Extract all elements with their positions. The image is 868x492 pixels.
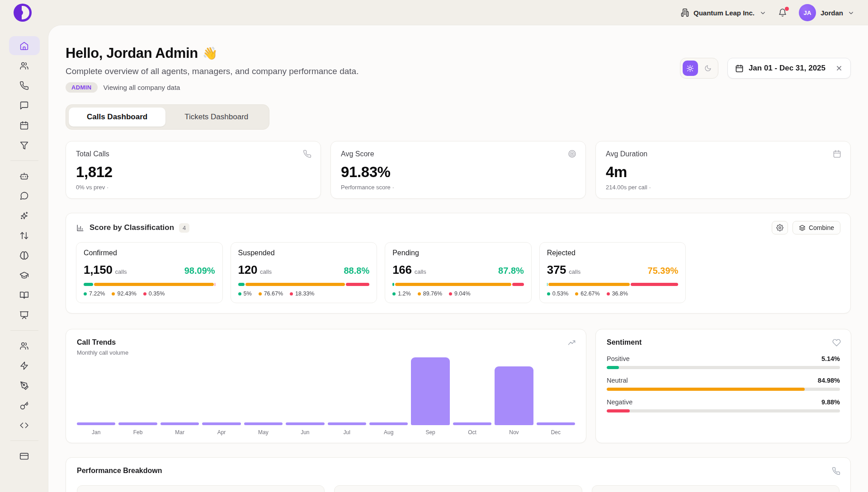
tab-tickets-dashboard[interactable]: Tickets Dashboard (166, 108, 266, 127)
theme-toggle (680, 58, 718, 79)
sentiment-card: Sentiment Positive5.14%Neutral84.98%Nega… (595, 329, 851, 443)
sidebar-divider (10, 160, 38, 161)
key-icon (19, 401, 29, 410)
dashboard-tabs: Calls Dashboard Tickets Dashboard (66, 104, 269, 130)
sidebar-item-message-square[interactable] (9, 96, 40, 115)
legend-item: 9.04% (449, 291, 470, 297)
legend-dot (392, 292, 396, 295)
stat-subtext: Performance score · (341, 184, 576, 191)
sidebar-item-arrow-up-down[interactable] (9, 226, 40, 245)
sidebar-item-users[interactable] (9, 56, 40, 75)
theme-dark-button[interactable] (700, 61, 716, 76)
bar-apr (202, 422, 241, 425)
bar-segment (215, 283, 215, 286)
legend-item: 18.33% (290, 291, 314, 297)
performance-breakdown-grid: Total CallsActive AgentsAvg Score (77, 485, 840, 492)
sidebar-item-presentation[interactable] (9, 305, 40, 324)
user-menu[interactable]: JA Jordan (799, 4, 854, 21)
bar-segment (245, 283, 345, 286)
sidebar-item-users[interactable] (9, 336, 40, 355)
page-subtitle: Complete overview of all agents, manager… (66, 66, 359, 76)
sidebar-item-pen-tool[interactable] (9, 376, 40, 395)
classification-legend: 7.22%92.43%0.35% (84, 291, 215, 297)
sidebar-item-graduation-cap[interactable] (9, 266, 40, 285)
moon-icon (704, 65, 712, 72)
sidebar-item-brain[interactable] (9, 246, 40, 265)
brain-icon (19, 251, 29, 260)
legend-item: 5% (238, 291, 252, 297)
sidebar-item-home[interactable] (9, 36, 40, 55)
sidebar-item-filter[interactable] (9, 136, 40, 155)
sidebar-item-sparkles[interactable] (9, 206, 40, 225)
bar-segment (346, 283, 370, 286)
classification-calls: 375 (547, 263, 566, 277)
calendar-icon (833, 150, 841, 158)
legend-item: 36.8% (607, 291, 628, 297)
stat-value: 4m (606, 164, 840, 181)
topbar-right: Quantum Leap Inc. JA Jordan (680, 4, 854, 21)
bar-segment (631, 283, 678, 286)
month-label: Nov (495, 429, 533, 436)
notifications-button[interactable] (778, 8, 787, 17)
tab-calls-dashboard[interactable]: Calls Dashboard (69, 108, 165, 127)
sidebar-item-zap[interactable] (9, 356, 40, 375)
bar-segment (512, 283, 524, 286)
sidebar-item-message-circle[interactable] (9, 186, 40, 205)
classification-unit: calls (260, 268, 272, 275)
classification-header: Score by Classification 4 Combine (76, 221, 840, 234)
classification-name: Confirmed (84, 249, 215, 257)
classification-unit: calls (115, 268, 127, 275)
notification-dot (785, 7, 789, 11)
combine-button[interactable]: Combine (793, 221, 840, 234)
legend-item: 62.67% (575, 291, 599, 297)
stats-row: Total Calls1,8120% vs prev ·Avg Score91.… (66, 141, 851, 199)
sidebar-item-credit-card[interactable] (9, 446, 40, 465)
sidebar-item-book-open[interactable] (9, 286, 40, 305)
sidebar-item-key[interactable] (9, 396, 40, 415)
classification-score: 75.39% (648, 266, 679, 276)
users-icon (19, 61, 29, 70)
classification-progress-bar (547, 283, 679, 286)
classification-score: 98.09% (184, 266, 215, 276)
sidebar-item-code[interactable] (9, 416, 40, 435)
sidebar-item-bot[interactable] (9, 166, 40, 185)
sidebar-item-calendar[interactable] (9, 116, 40, 135)
date-range-picker[interactable]: Jan 01 - Dec 31, 2025 (727, 58, 851, 79)
clear-date-button[interactable] (835, 64, 843, 72)
sentiment-fill (607, 388, 805, 391)
settings-button[interactable] (772, 221, 788, 234)
bar-segment (392, 283, 394, 286)
bar-segment (238, 283, 245, 286)
bar-segment (395, 283, 511, 286)
classification-name: Suspended (238, 249, 370, 257)
bar-segment (548, 283, 630, 286)
stat-card-avg-duration: Avg Duration4m214.00s per call · (595, 141, 851, 199)
legend-dot (84, 292, 87, 295)
score-by-classification-card: Score by Classification 4 Combine Confir… (66, 213, 851, 314)
bar-segment (547, 283, 548, 286)
org-switcher[interactable]: Quantum Leap Inc. (680, 8, 766, 17)
sentiment-title: Sentiment (607, 338, 840, 347)
call-trends-title: Call Trends (77, 338, 575, 347)
classification-progress-bar (238, 283, 370, 286)
sentiment-row-negative: Negative9.88% (607, 398, 840, 412)
stat-value: 1,812 (76, 164, 311, 181)
month-label: Jan (77, 429, 115, 436)
performance-breakdown-title: Performance Breakdown (77, 467, 840, 475)
classification-unit: calls (415, 268, 426, 275)
classification-card-suspended: Suspended120calls88.8%5%76.67%18.33% (231, 242, 377, 303)
performance-breakdown-card: Performance Breakdown Total CallsActive … (66, 457, 851, 492)
sidebar-item-phone[interactable] (9, 76, 40, 95)
sun-icon (686, 65, 694, 72)
code-icon (19, 421, 29, 430)
classification-calls: 1,150 (84, 263, 113, 277)
theme-light-button[interactable] (683, 61, 698, 76)
classification-legend: 0.53%62.67%36.8% (547, 291, 679, 297)
breakdown-card-avg-score: Avg Score (592, 485, 840, 492)
page-header: Hello, Jordan Admin 👋 Complete overview … (66, 45, 851, 93)
classification-card-pending: Pending166calls87.8%1.2%89.76%9.04% (385, 242, 532, 303)
app-logo[interactable] (14, 4, 32, 22)
breakdown-card-total-calls: Total Calls (77, 485, 325, 492)
arrow-up-down-icon (19, 231, 29, 240)
month-label: Aug (369, 429, 408, 436)
